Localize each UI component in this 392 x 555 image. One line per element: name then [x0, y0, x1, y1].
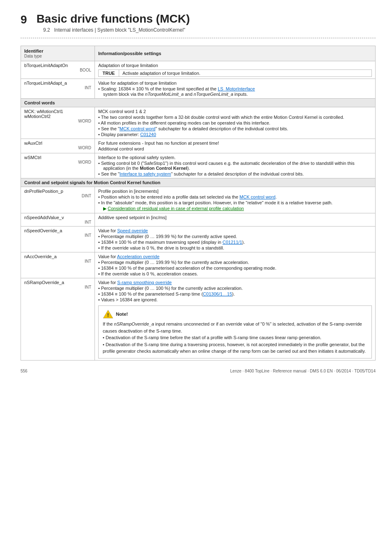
table-row: nSpeedOverride_aINT Value for Speed over…	[21, 227, 376, 252]
bullet-item: • If the override value is 0 %, accelera…	[98, 271, 372, 276]
bullet-item: • Position which is to be entered into a…	[98, 194, 372, 199]
identifier-name: nSpeedOverride_a	[24, 228, 62, 233]
note-box: ! Note! If the nSRampOverride_a input re…	[98, 305, 372, 358]
data-type: INT	[24, 259, 91, 264]
data-type: INT	[24, 285, 91, 289]
info-title: For future extensions - Input has no fun…	[98, 141, 372, 146]
inline-link[interactable]: LS_MotorInterface	[218, 86, 255, 91]
italic-text: nTorqueGenLimit_a	[194, 92, 233, 97]
italic-text: nSRampOverride_a	[114, 321, 154, 326]
info-cell: Adaptation of torque limitationTRUEActiv…	[95, 61, 376, 79]
page-footer: 556 Lenze · 8400 TopLine · Reference man…	[21, 369, 376, 373]
data-type: WORD	[24, 160, 91, 164]
bullet-item: • Values > 16384 are ignored.	[98, 297, 372, 302]
info-cell: Value for Acceleration override • Percen…	[95, 252, 376, 278]
bullet-item: • 16384 ≡ 100 % of the parameterised acc…	[98, 266, 372, 271]
inline-link[interactable]: C01211/1	[223, 240, 242, 245]
info-link[interactable]: Speed override	[117, 228, 148, 233]
identifier-cell: nAccOverride_aINT	[21, 252, 95, 278]
bullet-item: • See the "MCK control word" subchapter …	[98, 126, 372, 131]
note-header: ! Note!	[103, 309, 367, 319]
bullet-item: • Percentage multiplier (0 … 199.99 %) f…	[98, 234, 372, 239]
info-link[interactable]: Acceleration override	[117, 254, 159, 259]
bullet-item: • 16384 ≡ 100 % of the parameterised S-r…	[98, 291, 372, 296]
info-cell: MCK control word 1 & 2 • The two control…	[95, 107, 376, 139]
warning-triangle-svg: !	[103, 309, 113, 319]
bullet-item: • The two control words together form a …	[98, 115, 372, 120]
link-bullet-item: ▶ Consideration of residual value in cas…	[98, 206, 372, 211]
table-row: bTorqueLimitAdaptOnBOOLAdaptation of tor…	[21, 61, 376, 79]
note-title: Note!	[116, 312, 128, 317]
identifier-cell: dnProfilePosition_pDINT	[21, 187, 95, 213]
data-type: WORD	[24, 119, 91, 123]
identifier-name: nTorqueLimitAdapt_a	[24, 81, 67, 86]
inline-link[interactable]: C01306/1…15	[203, 291, 232, 296]
table-row: nTorqueLimitAdapt_aINT Value for adaptat…	[21, 79, 376, 99]
section-divider	[21, 38, 376, 38]
bullet-item: • In the "absolute" mode, this position …	[98, 200, 372, 205]
info-title: Interface to the optional safety system.	[98, 155, 372, 160]
true-value: Activate adaptation of torque limitation…	[119, 70, 372, 77]
table-row: MCK: wMotionCtrl1wMotionCtrl2WORD MCK co…	[21, 107, 376, 139]
link-bullet-link[interactable]: Consideration of residual value in case …	[108, 206, 244, 211]
data-type: INT	[24, 233, 91, 238]
footer-info: Lenze · 8400 TopLine · Reference manual …	[230, 369, 376, 373]
bullet-item: • If the override value is 0 %, the driv…	[98, 245, 372, 250]
true-row: TRUEActivate adaptation of torque limita…	[99, 70, 372, 77]
identifier-name: nAccOverride_a	[24, 254, 57, 259]
true-table: TRUEActivate adaptation of torque limita…	[98, 69, 372, 77]
data-type: INT	[24, 220, 91, 224]
identifier-cell: bTorqueLimitAdaptOnBOOL	[21, 61, 95, 79]
info-cell: Value for S-ramp smoothing override • Pe…	[95, 278, 376, 361]
data-type: INT	[24, 86, 91, 90]
info-cell: Value for adaptation of torque limitatio…	[95, 79, 376, 99]
info-title: MCK control word 1 & 2	[98, 109, 372, 114]
identifier-name: wSMCtrl	[24, 155, 42, 160]
identifier-cell: nSRampOverride_aINT	[21, 278, 95, 361]
identifier-cell: nTorqueLimitAdapt_aINT	[21, 79, 95, 99]
inline-link[interactable]: MCK control word	[120, 126, 155, 131]
identifier-name: nSpeedAddValue_v	[24, 215, 64, 220]
info-title: Value for Acceleration override	[98, 254, 372, 259]
inline-link[interactable]: C01240	[140, 132, 156, 137]
info-cell: Interface to the optional safety system.…	[95, 153, 376, 178]
main-table: Identifier Data type Information/possibl…	[21, 46, 376, 361]
sub-heading-text: Internal interfaces | System block "LS_M…	[54, 27, 185, 33]
section-header-row: Control and setpoint signals for Motion …	[21, 178, 376, 187]
info-cell: For future extensions - Input has no fun…	[95, 139, 376, 153]
inline-link[interactable]: MCK control word	[240, 194, 275, 199]
info-title: Value for Speed override	[98, 228, 372, 233]
inline-link[interactable]: Interface to safety system	[120, 171, 171, 176]
bullet-item: • Percentage multiplier (0 … 199.99 %) f…	[98, 260, 372, 265]
info-title: Adaptation of torque limitation	[98, 63, 372, 68]
header-info: Information/possible settings	[95, 46, 376, 61]
table-row: wSMCtrlWORD Interface to the optional sa…	[21, 153, 376, 178]
table-header-row: Identifier Data type Information/possibl…	[21, 46, 376, 61]
italic-text: nTorqueMotLimit_a	[145, 92, 184, 97]
note-text: If the nSRampOverride_a input remains un…	[103, 321, 367, 355]
data-type: DINT	[24, 194, 91, 198]
svg-text:!: !	[107, 312, 109, 318]
true-label: TRUE	[99, 70, 119, 77]
info-title: Value for adaptation of torque limitatio…	[98, 81, 372, 86]
data-type: BOOL	[24, 68, 91, 72]
identifier-name: wAuxCtrl	[24, 141, 42, 146]
info-title: Additive speed setpoint in [inc/ms]	[98, 215, 372, 220]
identifier-name: nSRampOverride_a	[24, 280, 64, 285]
identifier-cell: wSMCtrlWORD	[21, 153, 95, 178]
page-number: 556	[21, 369, 28, 373]
chapter-number: 9	[21, 13, 27, 26]
header-identifier: Identifier Data type	[21, 46, 95, 61]
section-header-row: Control words	[21, 99, 376, 107]
warning-icon: !	[103, 309, 113, 319]
info-link[interactable]: S-ramp smoothing override	[117, 280, 172, 285]
bullet-item: • See the "Interface to safety system" s…	[98, 171, 372, 176]
bullet-item: • Setting control bit 0 ("SafeStop1") in…	[98, 161, 372, 171]
identifier-cell: nSpeedAddValue_vINT	[21, 213, 95, 227]
identifier-name: MCK: wMotionCtrl1wMotionCtrl2	[24, 109, 63, 119]
identifier-cell: wAuxCtrlWORD	[21, 139, 95, 153]
table-row: dnProfilePosition_pDINT Profile position…	[21, 187, 376, 213]
info-cell: Additive speed setpoint in [inc/ms]	[95, 213, 376, 227]
table-row: nSRampOverride_aINT Value for S-ramp smo…	[21, 278, 376, 361]
section-label: Control words	[21, 99, 376, 107]
